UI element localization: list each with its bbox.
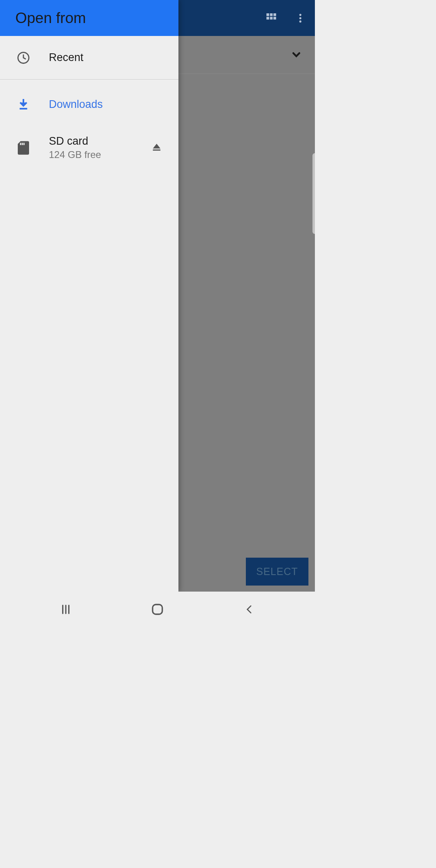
drawer-header: Open from [0, 0, 178, 36]
back-nav-button[interactable] [239, 599, 259, 619]
drawer-item-recent[interactable]: Recent [0, 36, 178, 79]
svg-rect-3 [266, 17, 269, 19]
svg-point-8 [299, 20, 301, 22]
clock-icon [16, 51, 31, 65]
eject-button[interactable] [151, 141, 162, 154]
svg-rect-13 [23, 143, 25, 145]
grid-icon [265, 12, 278, 25]
more-vert-icon [295, 13, 306, 24]
drawer-item-label: Recent [49, 51, 162, 64]
svg-rect-11 [20, 143, 21, 145]
svg-rect-1 [270, 13, 273, 16]
svg-point-6 [299, 14, 301, 16]
system-nav-bar [0, 592, 315, 627]
scrollbar-handle[interactable] [312, 153, 315, 234]
svg-rect-5 [273, 17, 276, 19]
home-icon [151, 603, 164, 616]
sd-card-icon [16, 141, 31, 155]
more-options-button[interactable] [292, 10, 309, 27]
navigation-drawer: Open from Recent [0, 0, 178, 592]
home-nav-button[interactable] [147, 599, 168, 619]
drawer-body: Recent Downloads [0, 36, 178, 592]
svg-rect-10 [20, 108, 27, 110]
back-icon [244, 604, 254, 615]
svg-rect-12 [22, 143, 23, 145]
drawer-item-label: SD card [49, 135, 133, 147]
eject-icon [151, 141, 162, 153]
drawer-item-sublabel: 124 GB free [49, 149, 133, 160]
svg-rect-14 [153, 149, 161, 150]
drawer-title: Open from [15, 10, 86, 27]
recents-nav-button[interactable] [56, 599, 76, 619]
chevron-down-icon[interactable] [289, 48, 304, 62]
recents-icon [60, 603, 72, 615]
drawer-item-downloads[interactable]: Downloads [0, 83, 178, 126]
svg-rect-0 [266, 13, 269, 16]
svg-rect-18 [153, 605, 162, 614]
drawer-item-label: Downloads [49, 98, 162, 111]
svg-rect-2 [273, 13, 276, 16]
grid-view-button[interactable] [263, 10, 280, 27]
download-icon [16, 98, 31, 111]
svg-rect-4 [270, 17, 273, 19]
select-button[interactable]: SELECT [246, 558, 308, 586]
drawer-item-sdcard[interactable]: SD card 124 GB free [0, 126, 178, 169]
svg-point-7 [299, 17, 301, 19]
